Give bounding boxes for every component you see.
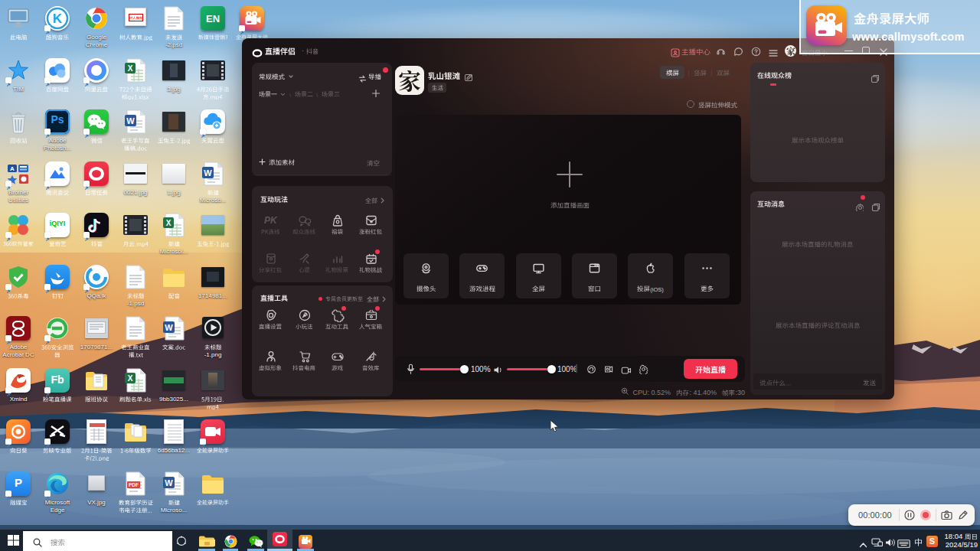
svg-text:X: X xyxy=(128,64,133,73)
svg-text:W: W xyxy=(165,323,173,332)
svg-text:X: X xyxy=(128,374,133,383)
svg-text:W: W xyxy=(126,116,135,126)
svg-text:PDF: PDF xyxy=(129,482,139,487)
svg-text:W: W xyxy=(165,478,173,487)
svg-text:K: K xyxy=(53,11,63,26)
svg-text:A: A xyxy=(10,165,15,172)
svg-text:W: W xyxy=(204,168,212,178)
svg-text:X: X xyxy=(166,219,172,227)
